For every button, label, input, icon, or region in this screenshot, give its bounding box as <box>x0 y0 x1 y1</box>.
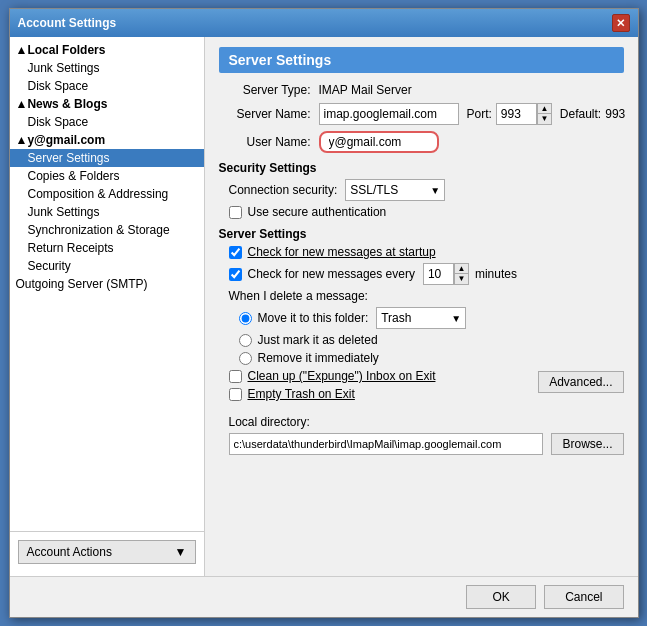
dropdown-arrow-icon: ▼ <box>430 185 440 196</box>
sidebar-tree: ▲Local Folders Junk Settings Disk Space … <box>10 41 204 531</box>
when-delete-label: When I delete a message: <box>219 289 624 303</box>
check-every-checkbox[interactable] <box>229 268 242 281</box>
copies-folders-label: Copies & Folders <box>28 169 120 183</box>
cleanup-row-wrapper: Advanced... Clean up ("Expunge") Inbox o… <box>219 369 624 405</box>
server-type-label: Server Type: <box>219 83 319 97</box>
check-startup-checkbox[interactable] <box>229 246 242 259</box>
cleanup-label[interactable]: Clean up ("Expunge") Inbox on Exit <box>248 369 436 383</box>
disk-space-1-label: Disk Space <box>28 79 89 93</box>
check-every-value-wrapper: ▲ ▼ <box>423 263 469 285</box>
outgoing-smtp-label: Outgoing Server (SMTP) <box>16 277 148 291</box>
server-name-row: Server Name: Port: ▲ ▼ Default: 993 <box>219 103 624 125</box>
folder-dropdown[interactable]: Trash ▼ <box>376 307 466 329</box>
check-startup-label[interactable]: Check for new messages at startup <box>248 245 436 259</box>
local-dir-title: Local directory: <box>219 415 624 429</box>
sidebar-item-disk-space-2[interactable]: Disk Space <box>10 113 204 131</box>
secure-auth-checkbox[interactable] <box>229 206 242 219</box>
disk-space-2-label: Disk Space <box>28 115 89 129</box>
just-mark-label[interactable]: Just mark it as deleted <box>258 333 378 347</box>
connection-security-value: SSL/TLS <box>350 183 398 197</box>
ygmail-label: ▲y@gmail.com <box>16 133 106 147</box>
move-folder-label[interactable]: Move it to this folder: <box>258 311 369 325</box>
port-spinner-down[interactable]: ▼ <box>537 114 551 124</box>
just-mark-row: Just mark it as deleted <box>219 333 624 347</box>
section-title: Server Settings <box>229 52 332 68</box>
sidebar-item-disk-space-1[interactable]: Disk Space <box>10 77 204 95</box>
username-input[interactable] <box>319 131 439 153</box>
server-type-value: IMAP Mail Server <box>319 83 412 97</box>
account-settings-dialog: Account Settings ✕ ▲Local Folders Junk S… <box>9 8 639 618</box>
port-field: ▲ ▼ <box>496 103 552 125</box>
sidebar-item-return-receipts[interactable]: Return Receipts <box>10 239 204 257</box>
browse-button[interactable]: Browse... <box>551 433 623 455</box>
port-spinner-up[interactable]: ▲ <box>537 104 551 114</box>
dialog-title: Account Settings <box>18 16 117 30</box>
composition-addressing-label: Composition & Addressing <box>28 187 169 201</box>
local-dir-row: Browse... <box>219 433 624 455</box>
folder-dropdown-arrow-icon: ▼ <box>451 313 461 324</box>
sidebar-item-junk-settings-2[interactable]: Junk Settings <box>10 203 204 221</box>
connection-security-label: Connection security: <box>229 183 338 197</box>
empty-trash-checkbox[interactable] <box>229 388 242 401</box>
sidebar-item-server-settings[interactable]: Server Settings <box>10 149 204 167</box>
minutes-label: minutes <box>475 267 517 281</box>
sidebar-item-composition-addressing[interactable]: Composition & Addressing <box>10 185 204 203</box>
dialog-body: ▲Local Folders Junk Settings Disk Space … <box>10 37 638 576</box>
secure-auth-label[interactable]: Use secure authentication <box>248 205 387 219</box>
server-settings-subtitle: Server Settings <box>219 227 624 241</box>
minutes-input[interactable] <box>423 263 453 285</box>
advanced-button[interactable]: Advanced... <box>538 371 623 393</box>
sidebar-item-security[interactable]: Security <box>10 257 204 275</box>
port-input[interactable] <box>496 103 536 125</box>
account-actions-label: Account Actions <box>27 545 112 559</box>
move-folder-radio[interactable] <box>239 312 252 325</box>
default-value: 993 <box>605 107 625 121</box>
sync-storage-label: Synchronization & Storage <box>28 223 170 237</box>
remove-immediately-label[interactable]: Remove it immediately <box>258 351 379 365</box>
server-name-label: Server Name: <box>219 107 319 121</box>
check-startup-row: Check for new messages at startup <box>219 245 624 259</box>
username-row: User Name: <box>219 131 624 153</box>
remove-immediately-radio[interactable] <box>239 352 252 365</box>
connection-security-row: Connection security: SSL/TLS ▼ <box>219 179 624 201</box>
connection-security-dropdown[interactable]: SSL/TLS ▼ <box>345 179 445 201</box>
folder-value: Trash <box>381 311 411 325</box>
server-name-input[interactable] <box>319 103 459 125</box>
minutes-spinner: ▲ ▼ <box>453 263 469 285</box>
cancel-button[interactable]: Cancel <box>544 585 623 609</box>
close-button[interactable]: ✕ <box>612 14 630 32</box>
empty-trash-label[interactable]: Empty Trash on Exit <box>248 387 355 401</box>
move-to-folder-row: Move it to this folder: Trash ▼ <box>219 307 624 329</box>
sidebar-item-local-folders[interactable]: ▲Local Folders <box>10 41 204 59</box>
sidebar-item-sync-storage[interactable]: Synchronization & Storage <box>10 221 204 239</box>
news-blogs-label: ▲News & Blogs <box>16 97 108 111</box>
junk-settings-2-label: Junk Settings <box>28 205 100 219</box>
minutes-spinner-up[interactable]: ▲ <box>454 264 468 274</box>
server-settings-label: Server Settings <box>28 151 110 165</box>
check-every-row: Check for new messages every ▲ ▼ minutes <box>219 263 624 285</box>
default-label: Default: <box>560 107 601 121</box>
sidebar-item-outgoing-smtp[interactable]: Outgoing Server (SMTP) <box>10 275 204 293</box>
cleanup-row: Clean up ("Expunge") Inbox on Exit <box>219 369 539 383</box>
account-actions-button[interactable]: Account Actions ▼ <box>18 540 196 564</box>
sidebar-item-junk-settings-1[interactable]: Junk Settings <box>10 59 204 77</box>
security-label: Security <box>28 259 71 273</box>
dialog-footer: OK Cancel <box>10 576 638 617</box>
local-dir-input[interactable] <box>229 433 544 455</box>
secure-auth-row: Use secure authentication <box>219 205 624 219</box>
cleanup-checkbox[interactable] <box>229 370 242 383</box>
sidebar: ▲Local Folders Junk Settings Disk Space … <box>10 37 205 576</box>
port-label: Port: <box>467 107 492 121</box>
sidebar-item-news-blogs[interactable]: ▲News & Blogs <box>10 95 204 113</box>
return-receipts-label: Return Receipts <box>28 241 114 255</box>
security-settings-title: Security Settings <box>219 161 624 175</box>
check-every-label[interactable]: Check for new messages every <box>248 267 415 281</box>
sidebar-bottom: Account Actions ▼ <box>10 531 204 572</box>
ok-button[interactable]: OK <box>466 585 536 609</box>
minutes-spinner-down[interactable]: ▼ <box>454 274 468 284</box>
sidebar-item-ygmail[interactable]: ▲y@gmail.com <box>10 131 204 149</box>
sidebar-item-copies-folders[interactable]: Copies & Folders <box>10 167 204 185</box>
title-bar: Account Settings ✕ <box>10 9 638 37</box>
just-mark-radio[interactable] <box>239 334 252 347</box>
empty-trash-row: Empty Trash on Exit <box>219 387 539 401</box>
